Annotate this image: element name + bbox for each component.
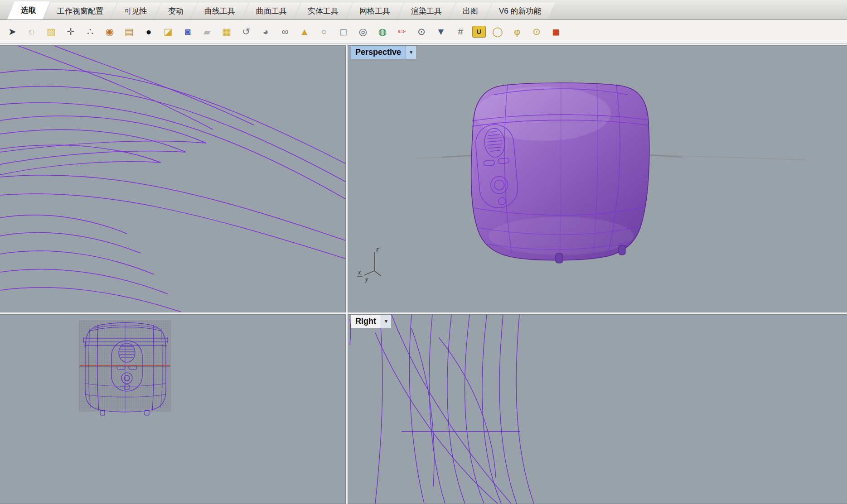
brush-select-icon[interactable]: ▨ <box>44 24 59 39</box>
tab-viewport-layout[interactable]: 工作视窗配置 <box>44 3 117 19</box>
history-icon[interactable]: ◕ <box>258 24 273 39</box>
viewport-perspective[interactable]: Perspective ▼ <box>348 46 847 312</box>
right-viewport-label[interactable]: Right ▼ <box>351 315 391 328</box>
layers-icon[interactable]: ▤ <box>121 24 137 39</box>
tab-surface-tools[interactable]: 曲面工具 <box>242 3 300 19</box>
circle-center-icon[interactable]: ◎ <box>355 24 371 39</box>
perspective-viewport-title[interactable]: Perspective <box>351 46 406 59</box>
command-tab-bar: 选取工作视窗配置可见性变动曲线工具曲面工具实体工具网格工具渲染工具出图V6 的新… <box>0 0 847 20</box>
tab-solid-tools[interactable]: 实体工具 <box>294 3 352 19</box>
cone-icon[interactable]: ▲ <box>297 24 312 39</box>
tab-visibility[interactable]: 可见性 <box>111 3 161 19</box>
front-viewport-canvas[interactable] <box>0 315 345 504</box>
tab-transform[interactable]: 变动 <box>155 3 197 19</box>
cage-oval-icon[interactable]: ◯ <box>490 24 505 39</box>
top-left-viewport-canvas[interactable] <box>0 46 345 312</box>
perspective-viewport-menu-arrow[interactable]: ▼ <box>406 46 416 59</box>
mesh-sphere-icon[interactable]: ◍ <box>375 24 390 39</box>
right-viewport-menu-arrow[interactable]: ▼ <box>381 315 391 328</box>
undo-spiral-icon[interactable]: ↺ <box>238 24 254 39</box>
red-cube-icon[interactable]: ◼ <box>548 24 564 39</box>
axis-y-label: y <box>364 276 368 283</box>
surface-corner-icon[interactable]: ◪ <box>160 24 176 39</box>
tab-curve-tools[interactable]: 曲线工具 <box>191 3 249 19</box>
axis-x-label: x <box>358 269 361 276</box>
right-viewport-canvas[interactable] <box>348 315 847 504</box>
fence-icon[interactable]: # <box>453 24 468 39</box>
grid-snap-icon[interactable]: ▦ <box>219 24 234 39</box>
white-sphere-icon[interactable]: ○ <box>316 24 332 39</box>
gumball-icon[interactable]: ◉ <box>102 24 117 39</box>
perspective-viewport-label[interactable]: Perspective ▼ <box>351 46 416 59</box>
magnifier-icon[interactable]: ⊙ <box>414 24 429 39</box>
tab-layout[interactable]: 出图 <box>449 3 492 19</box>
axis-z-label: z <box>376 246 379 253</box>
move-uvn-icon[interactable]: ✛ <box>63 24 78 39</box>
paintbrush-icon[interactable]: ✏ <box>394 24 410 39</box>
viewport-front[interactable] <box>0 315 345 504</box>
tab-render-tools[interactable]: 渲染工具 <box>397 3 455 19</box>
tab-v6-features[interactable]: V6 的新功能 <box>485 3 555 19</box>
chain-link-icon[interactable]: ∞ <box>277 24 293 39</box>
viewport-right[interactable]: Right ▼ <box>348 315 847 504</box>
right-viewport-title[interactable]: Right <box>351 315 381 328</box>
wireframe-curves <box>0 46 345 312</box>
black-sphere-icon[interactable]: ● <box>141 24 156 39</box>
axis-gnomon: z x y <box>357 246 381 283</box>
rice-cooker-model <box>471 82 649 263</box>
viewport-workspace: Perspective ▼ <box>0 43 847 504</box>
main-toolbar: ➤◌▨✛∴◉▤●◪◙▰▦↺◕∞▲○◻◎◍✏⊙▼#U◯φ⊙◼ <box>0 20 847 43</box>
cursor-select-icon[interactable]: ➤ <box>5 24 20 39</box>
tab-mesh-tools[interactable]: 网格工具 <box>346 3 404 19</box>
gray-box-icon[interactable]: ◻ <box>336 24 351 39</box>
right-view-wireframe <box>350 315 534 504</box>
tab-select[interactable]: 选取 <box>7 1 50 19</box>
control-points-icon[interactable]: ∴ <box>82 24 98 39</box>
lasso-select-icon[interactable]: ◌ <box>24 24 39 39</box>
eraser-icon[interactable]: ▰ <box>199 24 215 39</box>
viewport-top-left[interactable] <box>0 46 345 312</box>
filter-funnel-icon[interactable]: ▼ <box>433 24 449 39</box>
shaded-sphere-icon[interactable]: ◙ <box>180 24 195 39</box>
perspective-viewport-canvas[interactable]: z x y <box>348 46 847 312</box>
key-icon[interactable]: φ <box>509 24 525 39</box>
keys-pair-icon[interactable]: ⊙ <box>529 24 544 39</box>
u-box-icon[interactable]: U <box>472 26 486 38</box>
